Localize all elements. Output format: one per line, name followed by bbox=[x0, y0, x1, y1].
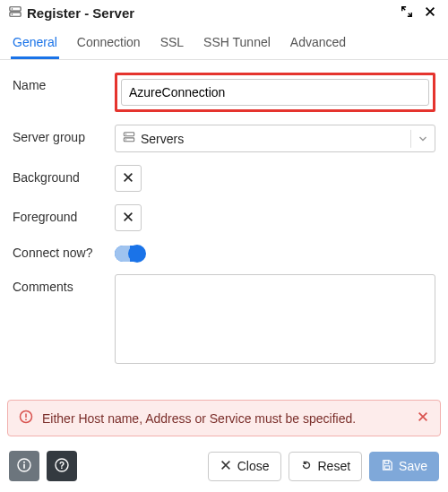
save-button[interactable]: Save bbox=[369, 452, 439, 481]
svg-point-3 bbox=[12, 13, 13, 15]
svg-rect-17 bbox=[384, 465, 389, 469]
svg-text:?: ? bbox=[59, 460, 65, 470]
titlebar: Register - Server bbox=[0, 0, 448, 26]
reset-button-label: Reset bbox=[318, 459, 351, 473]
svg-point-2 bbox=[12, 8, 13, 10]
row-name: Name bbox=[13, 73, 435, 112]
error-icon bbox=[19, 410, 33, 427]
row-comments: Comments bbox=[13, 274, 435, 367]
background-clear-button[interactable] bbox=[115, 165, 142, 192]
footer: ? Close Reset Save bbox=[0, 444, 448, 492]
window-title: Register - Server bbox=[27, 5, 134, 21]
reset-icon bbox=[300, 459, 313, 474]
name-highlight bbox=[115, 73, 435, 112]
svg-rect-0 bbox=[10, 7, 21, 11]
save-button-label: Save bbox=[399, 459, 427, 473]
connect-now-label: Connect now? bbox=[13, 244, 102, 260]
help-icon: ? bbox=[55, 458, 69, 475]
name-label: Name bbox=[13, 73, 102, 92]
error-message: Either Host name, Address or Service mus… bbox=[42, 411, 356, 426]
tab-connection[interactable]: Connection bbox=[75, 26, 142, 59]
connect-now-toggle[interactable] bbox=[115, 246, 145, 262]
server-group-label: Server group bbox=[13, 125, 102, 144]
tabs: General Connection SSL SSH Tunnel Advanc… bbox=[0, 26, 448, 60]
svg-point-6 bbox=[125, 134, 126, 134]
name-input[interactable] bbox=[121, 79, 429, 106]
general-tab-panel: Name Server group Servers bbox=[0, 60, 448, 393]
close-window-icon[interactable] bbox=[421, 5, 439, 21]
close-button-label: Close bbox=[237, 459, 270, 473]
reset-button[interactable]: Reset bbox=[289, 452, 363, 481]
error-close-button[interactable] bbox=[417, 410, 429, 426]
svg-rect-1 bbox=[10, 13, 21, 16]
tab-general[interactable]: General bbox=[11, 26, 59, 59]
svg-point-12 bbox=[23, 461, 25, 462]
svg-point-10 bbox=[25, 419, 27, 420]
tab-ssh-tunnel[interactable]: SSH Tunnel bbox=[202, 26, 272, 59]
info-button[interactable] bbox=[9, 451, 39, 481]
save-icon bbox=[381, 459, 393, 474]
expand-icon[interactable] bbox=[398, 5, 416, 21]
row-background: Background bbox=[13, 165, 435, 192]
row-connect-now: Connect now? bbox=[13, 244, 435, 262]
svg-rect-13 bbox=[23, 463, 25, 468]
row-server-group: Server group Servers bbox=[13, 125, 435, 152]
foreground-label: Foreground bbox=[13, 204, 102, 224]
foreground-clear-button[interactable] bbox=[115, 204, 142, 231]
comments-label: Comments bbox=[13, 274, 102, 294]
comments-textarea[interactable] bbox=[115, 274, 435, 364]
background-label: Background bbox=[13, 165, 102, 185]
tab-advanced[interactable]: Advanced bbox=[289, 26, 348, 59]
server-group-icon bbox=[123, 131, 135, 146]
error-bar: Either Host name, Address or Service mus… bbox=[7, 400, 441, 436]
svg-point-7 bbox=[125, 139, 126, 140]
register-server-dialog: Register - Server General Connection SSL… bbox=[0, 0, 448, 492]
row-foreground: Foreground bbox=[13, 204, 435, 231]
help-button[interactable]: ? bbox=[47, 451, 77, 481]
server-group-select[interactable]: Servers bbox=[115, 125, 435, 152]
chevron-down-icon bbox=[410, 129, 429, 147]
x-icon bbox=[122, 211, 134, 226]
server-group-value: Servers bbox=[141, 132, 184, 146]
close-button[interactable]: Close bbox=[208, 452, 281, 481]
tab-ssl[interactable]: SSL bbox=[159, 26, 185, 59]
close-icon bbox=[220, 459, 232, 474]
server-icon bbox=[9, 5, 22, 21]
x-icon bbox=[122, 171, 134, 186]
info-icon bbox=[17, 458, 31, 475]
